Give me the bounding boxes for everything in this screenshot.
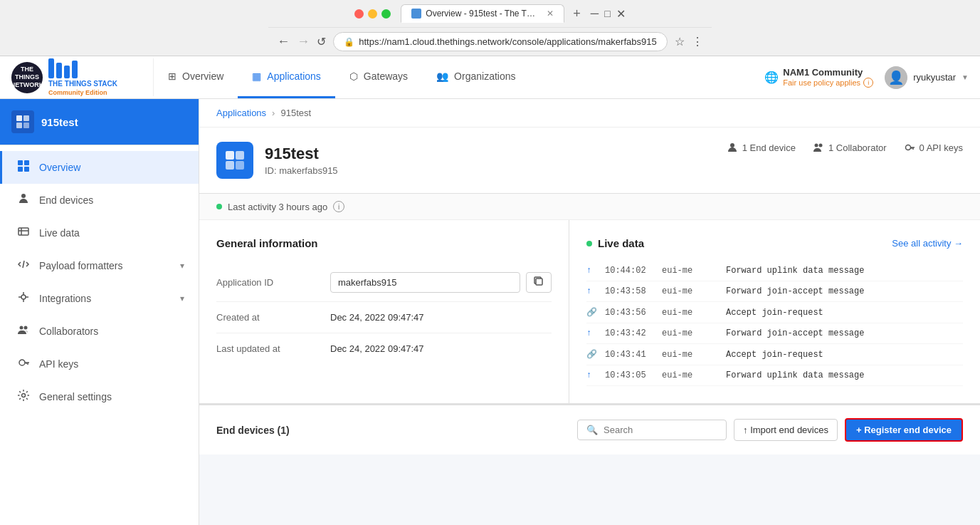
svg-point-16 (24, 326, 28, 330)
svg-rect-10 (19, 228, 28, 235)
forward-button[interactable]: → (297, 34, 310, 49)
user-section[interactable]: 👤 ryukyustar ▼ (885, 66, 969, 89)
window-close-win-btn[interactable]: ✕ (616, 7, 626, 21)
nav-gateways[interactable]: ⬡ Gateways (335, 56, 422, 98)
breadcrumb-current: 915test (280, 108, 311, 118)
live-row-5-message: Forward uplink data message (726, 370, 963, 380)
new-tab-button[interactable]: + (567, 6, 586, 21)
globe-icon: 🌐 (764, 71, 779, 84)
tab-favicon (411, 9, 421, 19)
sidebar-app-name: 915test (41, 116, 78, 128)
svg-point-17 (19, 360, 25, 365)
app-icon-large (216, 142, 253, 179)
window-maximize-btn[interactable] (381, 9, 391, 19)
sidebar-item-integrations[interactable]: Integrations ▾ (0, 282, 199, 315)
live-row-0-time: 10:44:02 (605, 266, 655, 276)
live-data-panel: Live data See all activity → ↑ 10:44:02 … (569, 220, 980, 403)
sidebar-item-collaborators[interactable]: Collaborators (0, 315, 199, 348)
window-close-btn[interactable] (354, 9, 364, 19)
collaborators-nav-icon (16, 323, 31, 339)
org-icon: 👥 (436, 71, 448, 82)
app-icon: ▦ (252, 71, 261, 82)
fair-use-link[interactable]: Fair use policy applies i (783, 78, 873, 88)
overview-nav-icon (16, 160, 31, 175)
sidebar-item-end-devices[interactable]: End devices (0, 184, 199, 217)
sidebar-item-label-collaborators: Collaborators (39, 326, 184, 337)
app-header: 915test ID: makerfabs915 1 End device 1 … (199, 128, 980, 194)
live-row-3-time: 10:43:42 (605, 328, 655, 338)
activity-dot (216, 204, 222, 209)
back-button[interactable]: ← (277, 34, 290, 49)
app-id-input[interactable] (330, 272, 520, 293)
live-row-4-device: eui-me (662, 350, 719, 360)
nav-organizations-label: Organizations (454, 71, 515, 82)
see-all-activity-link[interactable]: See all activity → (892, 238, 963, 249)
general-info-title: General information (216, 237, 552, 249)
nav-applications[interactable]: ▦ Applications (238, 56, 335, 98)
window-minimize-btn[interactable] (368, 9, 377, 19)
info-value-created: Dec 24, 2022 09:47:47 (330, 312, 424, 323)
refresh-button[interactable]: ↺ (317, 35, 326, 48)
sidebar-item-general-settings[interactable]: General settings (0, 380, 199, 413)
live-row-0-arrow-icon: ↑ (586, 266, 598, 276)
window-resize-btn[interactable]: □ (604, 7, 610, 21)
svg-rect-3 (23, 123, 29, 128)
tab-close-icon[interactable]: ✕ (547, 9, 554, 19)
svg-rect-4 (18, 160, 23, 165)
api-key-stat: 0 API keys (904, 142, 963, 153)
copy-app-id-button[interactable] (526, 272, 552, 293)
collaborator-stat: 1 Collaborator (813, 142, 887, 153)
logo-section: THETHINGSNETWORK THE THINGS STACK Commun… (11, 58, 154, 96)
community-badge: 🌐 NAM1 Community Fair use policy applies… (764, 67, 873, 88)
svg-point-14 (21, 295, 26, 299)
nav-overview[interactable]: ⊞ Overview (154, 56, 238, 98)
register-end-device-button[interactable]: + Register end device (845, 418, 963, 442)
svg-line-13 (23, 261, 24, 268)
favorites-button[interactable]: ☆ (675, 35, 685, 48)
breadcrumb: Applications › 915test (199, 99, 980, 128)
sidebar-app-icon (11, 110, 34, 133)
sidebar-item-label-payload: Payload formatters (39, 260, 172, 271)
end-device-count: 1 End device (742, 142, 796, 153)
sidebar-item-live-data[interactable]: Live data (0, 217, 199, 249)
live-row-1-arrow-icon: ↑ (586, 286, 598, 296)
browser-menu-button[interactable]: ⋮ (692, 35, 703, 48)
info-label-updated: Last updated at (216, 343, 330, 354)
info-label-created: Created at (216, 312, 330, 323)
live-row-1-time: 10:43:58 (605, 286, 655, 296)
live-row-5-time: 10:43:05 (605, 370, 655, 380)
api-key-count: 0 API keys (920, 142, 963, 153)
live-row-4-message: Accept join-request (726, 350, 963, 360)
integrations-nav-icon (16, 291, 31, 306)
sidebar-item-label-integrations: Integrations (39, 293, 172, 304)
nav-organizations[interactable]: 👥 Organizations (422, 56, 529, 98)
live-row-2: 🔗 10:43:56 eui-me Accept join-request (586, 302, 963, 323)
svg-rect-1 (23, 115, 29, 121)
live-data-rows: ↑ 10:44:02 eui-me Forward uplink data me… (586, 261, 963, 386)
svg-point-8 (21, 194, 26, 198)
live-row-5-device: eui-me (662, 370, 719, 380)
import-end-devices-button[interactable]: ↑ Import end devices (734, 419, 838, 441)
end-devices-title: End devices (1) (216, 425, 290, 436)
activity-info-icon: i (333, 201, 344, 212)
search-input[interactable] (604, 425, 717, 435)
activity-bar: Last activity 3 hours ago i (199, 194, 980, 220)
community-name: NAM1 Community (783, 67, 873, 78)
live-row-4-link-icon: 🔗 (586, 349, 598, 360)
svg-point-15 (20, 326, 23, 330)
sidebar-item-payload-formatters[interactable]: Payload formatters ▾ (0, 249, 199, 282)
window-minimize-win-btn[interactable]: ─ (591, 7, 599, 21)
nav-applications-label: Applications (267, 71, 321, 82)
svg-rect-25 (236, 161, 244, 170)
svg-point-27 (814, 144, 818, 147)
api-keys-nav-icon (16, 356, 31, 372)
ttn-logo: THETHINGSNETWORK (11, 62, 43, 93)
live-row-1: ↑ 10:43:58 eui-me Forward join-accept me… (586, 281, 963, 302)
breadcrumb-applications-link[interactable]: Applications (216, 108, 266, 118)
end-devices-search[interactable]: 🔍 (577, 420, 727, 440)
sidebar-item-overview[interactable]: Overview (0, 151, 199, 184)
svg-rect-22 (226, 151, 234, 160)
integrations-chevron-icon: ▾ (180, 293, 184, 303)
sidebar-item-api-keys[interactable]: API keys (0, 348, 199, 380)
svg-point-26 (730, 143, 734, 147)
